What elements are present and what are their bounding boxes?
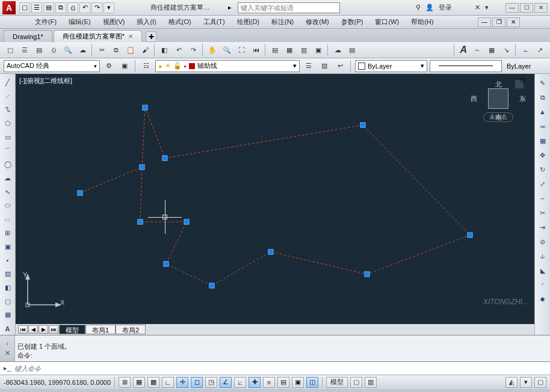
status-ducs-icon[interactable]: ⟀: [234, 377, 246, 388]
preview-icon[interactable]: 🔍: [61, 43, 75, 57]
login-label[interactable]: 登录: [439, 3, 452, 12]
status-polar-icon[interactable]: ✛: [176, 377, 188, 388]
grip[interactable]: [268, 250, 274, 255]
layout-prev-icon[interactable]: ◀: [28, 325, 38, 334]
minimize-button[interactable]: —: [505, 3, 519, 13]
model-space-button[interactable]: 模型: [326, 377, 348, 388]
block-icon[interactable]: ◧: [158, 43, 171, 57]
menu-draw[interactable]: 绘图(D): [232, 16, 264, 28]
dimstyle-icon[interactable]: ↔: [471, 43, 484, 57]
point-icon[interactable]: •: [1, 254, 14, 267]
cmd-handle-close-icon[interactable]: ✕: [5, 349, 10, 357]
drawing-viewport[interactable]: [-][俯视][二维线框] 北 西 东 南 未命名 ◎: [16, 74, 534, 324]
viewcube-north[interactable]: 北: [474, 80, 522, 89]
hatch-icon[interactable]: ▨: [1, 268, 14, 280]
new-icon[interactable]: ▢: [4, 43, 17, 57]
tablestyle-icon[interactable]: ▦: [485, 43, 498, 57]
menu-format[interactable]: 格式(O): [164, 16, 196, 28]
sheetset-icon[interactable]: ▣: [312, 43, 325, 57]
cleanscreen-icon[interactable]: ▢: [534, 377, 546, 388]
app-icon[interactable]: A: [2, 1, 16, 14]
pan-icon[interactable]: ✋: [206, 43, 219, 57]
menu-help[interactable]: 帮助(H): [406, 16, 438, 28]
line-icon[interactable]: ╱: [1, 76, 14, 89]
layer-prev-icon[interactable]: ↩: [333, 60, 347, 73]
copy-obj-icon[interactable]: ⧉: [536, 91, 549, 104]
grip[interactable]: [140, 165, 145, 170]
array-icon[interactable]: ▦: [536, 134, 549, 147]
redo-icon[interactable]: ↷: [91, 2, 102, 13]
viewcube-west[interactable]: 西: [471, 94, 477, 103]
grip[interactable]: [360, 123, 366, 128]
coordinates[interactable]: -863043.1960, 199970.6180, 0.0000: [4, 379, 111, 386]
offset-icon[interactable]: ⫘: [536, 120, 549, 133]
cut-icon[interactable]: ✂: [95, 43, 108, 57]
grip[interactable]: [209, 283, 215, 289]
maximize-button[interactable]: ☐: [520, 3, 533, 13]
linetype-combo[interactable]: [430, 60, 502, 72]
chamfer-icon[interactable]: ◣: [536, 264, 549, 277]
document-tab[interactable]: Drawing1*: [4, 30, 52, 42]
ellipse-icon[interactable]: ⬭: [1, 200, 14, 212]
spline-icon[interactable]: ∿: [1, 186, 14, 198]
move-icon[interactable]: ✥: [536, 149, 549, 162]
status-infer-icon[interactable]: ⊞: [119, 377, 131, 388]
grip[interactable]: [184, 219, 190, 225]
menu-file[interactable]: 文件(F): [30, 16, 61, 28]
zoom-prev-icon[interactable]: ⏮: [249, 43, 262, 57]
color-combo[interactable]: ByLayer ▾: [355, 60, 427, 72]
document-tab[interactable]: 商住楼建筑方案草图* ✕: [54, 30, 142, 42]
saveas-icon[interactable]: ⧉: [55, 2, 66, 13]
menu-window[interactable]: 窗口(W): [370, 16, 404, 28]
polygon-icon[interactable]: ⬠: [1, 117, 14, 130]
layer-states-icon[interactable]: ☰: [302, 60, 315, 73]
copy-icon[interactable]: ⧉: [110, 43, 123, 57]
status-qp-icon[interactable]: ▣: [292, 377, 304, 388]
navwheel-icon[interactable]: ◎: [520, 76, 531, 87]
redo-icon[interactable]: ↷: [187, 43, 200, 57]
mleaderstyle-icon[interactable]: ↘: [499, 43, 513, 57]
layout-tab[interactable]: 布局1: [85, 325, 116, 334]
annoscale-icon[interactable]: ◭: [505, 377, 518, 388]
publish-icon[interactable]: ☁: [76, 43, 89, 57]
viewcube-south[interactable]: 南: [474, 113, 522, 122]
help-search-input[interactable]: [238, 4, 339, 11]
ucs-icon[interactable]: Y X: [23, 274, 65, 310]
status-osnap-icon[interactable]: ◻: [191, 377, 203, 388]
gradient-icon[interactable]: ◧: [1, 281, 14, 294]
arc-icon[interactable]: ⌒: [1, 145, 14, 158]
status-snap-icon[interactable]: ▦: [133, 377, 145, 388]
viewcube-east[interactable]: 东: [519, 94, 526, 103]
print-icon[interactable]: ⎙: [47, 43, 60, 57]
status-grid-icon[interactable]: ▩: [147, 377, 159, 388]
grip[interactable]: [78, 191, 83, 196]
layout-last-icon[interactable]: ⏭: [49, 325, 58, 334]
zoom-window-icon[interactable]: ⛶: [235, 43, 248, 57]
menu-modify[interactable]: 修改(M): [301, 16, 334, 28]
stretch-icon[interactable]: ↔: [536, 192, 549, 205]
rectangle-icon[interactable]: ▭: [1, 131, 14, 144]
calc-icon[interactable]: ▤: [345, 43, 359, 57]
xline-icon[interactable]: ⟋: [1, 90, 14, 103]
properties-icon[interactable]: ▤: [268, 43, 282, 57]
status-tray-icon[interactable]: ▾: [520, 377, 532, 388]
revcloud-icon[interactable]: ☁: [1, 172, 14, 185]
menu-edit[interactable]: 编辑(E): [64, 16, 96, 28]
status-qview-icon[interactable]: ▥: [365, 377, 377, 388]
region-icon[interactable]: ▢: [1, 295, 14, 308]
grip[interactable]: [143, 105, 148, 111]
toolpalette-icon[interactable]: ▥: [297, 43, 311, 57]
layout-next-icon[interactable]: ▶: [39, 325, 48, 334]
erase-icon[interactable]: ✎: [536, 76, 549, 90]
rotate-icon[interactable]: ↻: [536, 163, 549, 176]
trim-icon[interactable]: ✂: [536, 206, 549, 219]
plot-icon[interactable]: ⎙: [67, 2, 78, 13]
viewcube-face[interactable]: [488, 88, 508, 109]
user-icon[interactable]: 👤: [425, 4, 434, 11]
status-dyn-icon[interactable]: ✚: [249, 377, 261, 388]
status-3dosnap-icon[interactable]: ◳: [205, 377, 217, 388]
grip[interactable]: [468, 233, 473, 238]
help-dropdown-icon[interactable]: ▾: [485, 4, 489, 11]
close-button[interactable]: ✕: [534, 3, 548, 13]
join-icon[interactable]: ⫝: [536, 250, 549, 263]
